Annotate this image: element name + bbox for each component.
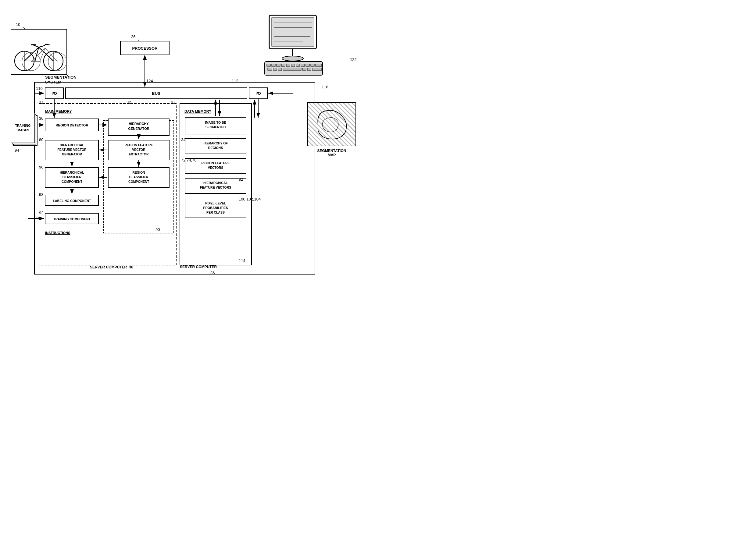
svg-text:100,102,104: 100,102,104 [239,197,261,201]
svg-text:BUS: BUS [152,91,160,96]
svg-text:SERVER COMPUTER: SERVER COMPUTER [180,265,217,269]
svg-point-141 [282,56,303,61]
svg-rect-151 [306,64,309,66]
svg-rect-11 [249,88,267,99]
svg-rect-9 [45,88,63,99]
svg-text:10: 10 [16,22,20,27]
svg-text:36: 36 [210,271,215,275]
svg-text:PIXEL-LEVEL: PIXEL-LEVEL [205,201,226,205]
svg-rect-148 [291,64,295,66]
svg-rect-19 [108,119,169,136]
training-images-label: TRAININGIMAGES [15,124,31,132]
svg-text:112: 112 [232,79,238,83]
svg-text:HIERARCHY OF: HIERARCHY OF [203,141,228,145]
svg-text:DATA MEMORY: DATA MEMORY [184,109,211,114]
diagram-container: PROCESSOR I/O I/O BUS MAIN MEMORY DATA M… [0,0,372,280]
svg-text:COMPONENT: COMPONENT [128,180,149,183]
svg-text:PROBABILITIES: PROBABILITIES [203,206,228,209]
svg-rect-46 [185,139,246,154]
svg-rect-40 [45,213,98,224]
svg-text:32: 32 [127,100,131,104]
svg-rect-30 [45,168,98,187]
bicycle-image [11,29,67,75]
svg-rect-156 [278,68,282,71]
svg-rect-150 [301,64,305,66]
svg-rect-49 [185,158,246,174]
svg-rect-145 [276,64,280,66]
svg-text:HIERARCHICAL: HIERARCHICAL [60,171,84,174]
svg-text:IMAGE TO BE: IMAGE TO BE [205,121,226,124]
svg-text:110: 110 [36,86,43,91]
segmentation-map [307,102,356,146]
svg-text:FEATURE VECTOR: FEATURE VECTOR [57,148,87,151]
svg-rect-6 [180,104,252,265]
svg-text:EXTRACTOR: EXTRACTOR [129,152,149,156]
svg-rect-154 [268,68,272,71]
svg-rect-13 [65,88,247,99]
svg-text:80: 80 [39,137,43,142]
svg-text:124: 124 [146,79,153,83]
svg-text:82: 82 [239,177,243,182]
svg-rect-52 [185,178,246,193]
svg-text:INSTRUCTIONS: INSTRUCTIONS [45,231,71,235]
svg-rect-5 [104,120,174,233]
svg-text:HIERARCHY: HIERARCHY [129,122,149,126]
svg-rect-144 [272,64,275,66]
svg-rect-158 [302,68,306,71]
training-images-area: TRAININGIMAGES [11,113,38,149]
svg-rect-152 [311,64,314,66]
svg-rect-147 [286,64,290,66]
svg-rect-4 [39,104,176,265]
svg-text:GENERATOR: GENERATOR [128,127,149,130]
svg-text:118: 118 [322,85,329,89]
svg-text:VECTOR: VECTOR [132,148,145,151]
svg-rect-26 [108,140,169,160]
svg-rect-38 [45,195,98,206]
svg-rect-149 [296,64,300,66]
svg-text:TRAINING COMPONENT: TRAINING COMPONENT [53,217,91,221]
svg-text:26: 26 [131,35,135,39]
svg-text:122: 122 [350,57,357,62]
svg-text:34: 34 [181,137,185,142]
computer-monitor [263,12,324,81]
svg-rect-7 [121,41,169,55]
svg-text:SEGMENTED: SEGMENTED [206,125,226,129]
svg-text:SEGMENTATION: SEGMENTATION [45,75,77,80]
svg-rect-17 [45,119,98,131]
svg-text:HIERARCHICAL: HIERARCHICAL [60,143,84,147]
svg-text:I/O: I/O [256,91,261,96]
svg-text:22: 22 [35,216,39,220]
svg-text:24: 24 [39,100,43,105]
svg-text:30: 30 [39,116,43,121]
svg-text:FEATURE VECTORS: FEATURE VECTORS [200,186,231,189]
svg-text:98: 98 [39,192,43,197]
svg-text:LABELING COMPONENT: LABELING COMPONENT [53,199,91,202]
svg-text:HIERARCHICAL: HIERARCHICAL [203,181,228,185]
server-computer-label: SERVER COMPUTER 36 [90,265,133,269]
svg-rect-157 [283,68,301,71]
svg-text:REGIONS: REGIONS [208,146,223,150]
svg-rect-3 [35,82,315,274]
svg-text:92: 92 [39,211,43,215]
svg-text:CLASSIFIER: CLASSIFIER [62,175,82,179]
svg-text:VECTORS: VECTORS [208,166,223,170]
svg-text:PROCESSOR: PROCESSOR [132,46,158,51]
svg-rect-160 [312,68,322,71]
svg-rect-155 [273,68,277,71]
svg-text:REGION FEATURE: REGION FEATURE [201,161,229,165]
svg-line-118 [39,46,44,47]
svg-rect-159 [307,68,311,71]
svg-text:GENERATOR: GENERATOR [62,152,82,156]
svg-text:70: 70 [170,100,174,104]
svg-text:PER CLASS: PER CLASS [206,211,225,214]
svg-text:SYSTEM: SYSTEM [45,80,61,84]
svg-rect-146 [281,64,285,66]
svg-text:CLASSIFIER: CLASSIFIER [129,175,148,179]
svg-text:114: 114 [239,259,246,263]
svg-text:REGION: REGION [132,171,145,174]
svg-text:REGION DETECTOR: REGION DETECTOR [56,124,88,127]
svg-rect-43 [185,117,246,134]
svg-rect-143 [267,64,270,66]
svg-text:90: 90 [156,227,160,232]
svg-rect-153 [315,64,322,66]
